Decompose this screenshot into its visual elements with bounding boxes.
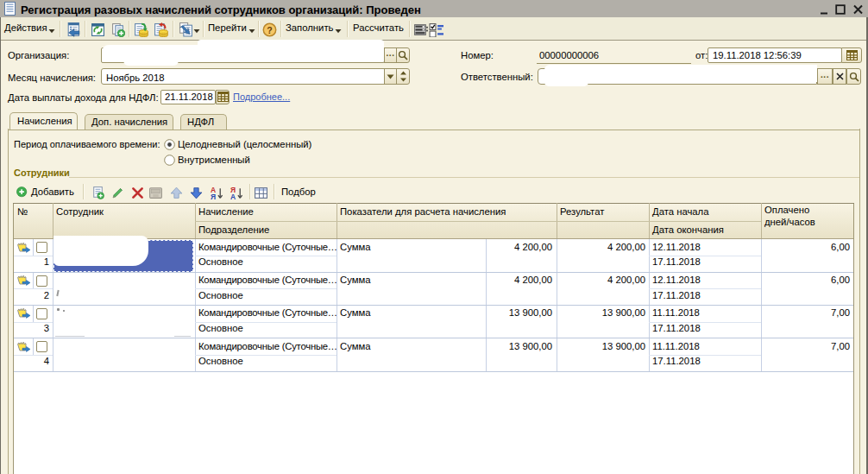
svg-text:А: А: [230, 193, 236, 200]
svg-text:Я: Я: [211, 193, 216, 200]
svg-text:?: ?: [267, 25, 272, 35]
